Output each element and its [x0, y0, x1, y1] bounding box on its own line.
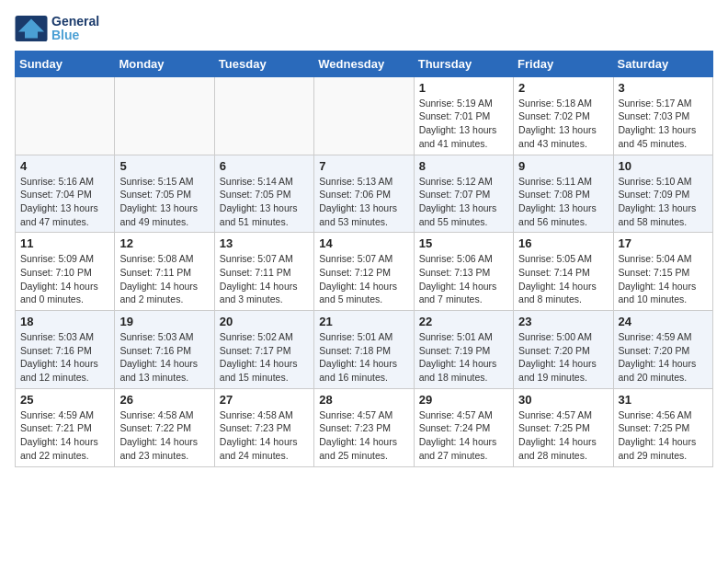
- day-info: Sunrise: 5:18 AM Sunset: 7:02 PM Dayligh…: [518, 97, 608, 151]
- day-number: 22: [419, 315, 508, 328]
- day-number: 3: [619, 81, 708, 95]
- day-info: Sunrise: 5:03 AM Sunset: 7:16 PM Dayligh…: [20, 330, 109, 385]
- day-info: Sunrise: 4:59 AM Sunset: 7:20 PM Dayligh…: [619, 330, 708, 385]
- day-number: 15: [419, 236, 508, 250]
- calendar-cell: 28Sunrise: 4:57 AM Sunset: 7:23 PM Dayli…: [314, 388, 414, 466]
- day-info: Sunrise: 4:57 AM Sunset: 7:24 PM Dayligh…: [419, 408, 508, 463]
- day-info: Sunrise: 5:00 AM Sunset: 7:20 PM Dayligh…: [518, 330, 608, 385]
- day-number: 20: [220, 315, 309, 328]
- day-number: 8: [419, 159, 508, 173]
- day-info: Sunrise: 5:01 AM Sunset: 7:18 PM Dayligh…: [319, 330, 408, 385]
- day-number: 6: [220, 159, 309, 173]
- weekday-header-saturday: Saturday: [613, 51, 712, 76]
- calendar-cell: 24Sunrise: 4:59 AM Sunset: 7:20 PM Dayli…: [613, 311, 712, 389]
- calendar-cell: 23Sunrise: 5:00 AM Sunset: 7:20 PM Dayli…: [514, 311, 613, 389]
- calendar-cell: 10Sunrise: 5:10 AM Sunset: 7:09 PM Dayli…: [613, 155, 712, 233]
- day-number: 7: [319, 159, 408, 173]
- calendar-cell: 8Sunrise: 5:12 AM Sunset: 7:07 PM Daylig…: [414, 155, 513, 233]
- weekday-header-tuesday: Tuesday: [214, 51, 313, 76]
- calendar-cell: 1Sunrise: 5:19 AM Sunset: 7:01 PM Daylig…: [414, 76, 513, 155]
- calendar-week-1: 1Sunrise: 5:19 AM Sunset: 7:01 PM Daylig…: [16, 76, 713, 155]
- calendar-cell: 27Sunrise: 4:58 AM Sunset: 7:23 PM Dayli…: [214, 388, 313, 466]
- day-info: Sunrise: 5:19 AM Sunset: 7:01 PM Dayligh…: [419, 97, 508, 151]
- day-number: 31: [619, 393, 708, 407]
- calendar-cell: [115, 76, 214, 155]
- calendar-table: SundayMondayTuesdayWednesdayThursdayFrid…: [15, 51, 713, 467]
- day-number: 23: [518, 315, 608, 328]
- weekday-header-wednesday: Wednesday: [314, 51, 414, 76]
- day-number: 13: [220, 236, 309, 250]
- day-number: 18: [20, 315, 109, 328]
- calendar-cell: 6Sunrise: 5:14 AM Sunset: 7:05 PM Daylig…: [214, 155, 313, 233]
- calendar-week-2: 4Sunrise: 5:16 AM Sunset: 7:04 PM Daylig…: [16, 155, 713, 233]
- day-number: 4: [20, 159, 109, 173]
- calendar-cell: 16Sunrise: 5:05 AM Sunset: 7:14 PM Dayli…: [514, 233, 613, 311]
- day-info: Sunrise: 5:05 AM Sunset: 7:14 PM Dayligh…: [518, 252, 608, 306]
- calendar-cell: 18Sunrise: 5:03 AM Sunset: 7:16 PM Dayli…: [16, 311, 115, 389]
- day-info: Sunrise: 4:59 AM Sunset: 7:21 PM Dayligh…: [20, 408, 109, 463]
- calendar-cell: [214, 76, 313, 155]
- weekday-header-monday: Monday: [115, 51, 214, 76]
- weekday-header-row: SundayMondayTuesdayWednesdayThursdayFrid…: [16, 51, 713, 76]
- day-info: Sunrise: 4:57 AM Sunset: 7:25 PM Dayligh…: [518, 408, 608, 463]
- day-info: Sunrise: 4:56 AM Sunset: 7:25 PM Dayligh…: [619, 408, 708, 463]
- day-number: 10: [619, 159, 708, 173]
- calendar-cell: 29Sunrise: 4:57 AM Sunset: 7:24 PM Dayli…: [414, 388, 513, 466]
- calendar-cell: 13Sunrise: 5:07 AM Sunset: 7:11 PM Dayli…: [214, 233, 313, 311]
- day-info: Sunrise: 4:58 AM Sunset: 7:23 PM Dayligh…: [220, 408, 309, 463]
- day-number: 14: [319, 236, 408, 250]
- day-number: 9: [518, 159, 608, 173]
- day-number: 28: [319, 393, 408, 407]
- calendar-cell: 30Sunrise: 4:57 AM Sunset: 7:25 PM Dayli…: [514, 388, 613, 466]
- calendar-cell: 12Sunrise: 5:08 AM Sunset: 7:11 PM Dayli…: [115, 233, 214, 311]
- day-info: Sunrise: 5:12 AM Sunset: 7:07 PM Dayligh…: [419, 175, 508, 229]
- day-number: 12: [119, 236, 209, 250]
- calendar-cell: 15Sunrise: 5:06 AM Sunset: 7:13 PM Dayli…: [414, 233, 513, 311]
- calendar-cell: 21Sunrise: 5:01 AM Sunset: 7:18 PM Dayli…: [314, 311, 414, 389]
- calendar-week-4: 18Sunrise: 5:03 AM Sunset: 7:16 PM Dayli…: [16, 311, 713, 389]
- day-info: Sunrise: 5:03 AM Sunset: 7:16 PM Dayligh…: [119, 330, 209, 385]
- day-number: 16: [518, 236, 608, 250]
- calendar-cell: 14Sunrise: 5:07 AM Sunset: 7:12 PM Dayli…: [314, 233, 414, 311]
- day-number: 1: [419, 81, 508, 95]
- day-number: 24: [619, 315, 708, 328]
- day-info: Sunrise: 5:15 AM Sunset: 7:05 PM Dayligh…: [119, 175, 209, 229]
- day-number: 19: [119, 315, 209, 328]
- calendar-cell: 20Sunrise: 5:02 AM Sunset: 7:17 PM Dayli…: [214, 311, 313, 389]
- day-info: Sunrise: 4:58 AM Sunset: 7:22 PM Dayligh…: [119, 408, 209, 463]
- day-info: Sunrise: 5:09 AM Sunset: 7:10 PM Dayligh…: [20, 252, 109, 306]
- day-number: 2: [518, 81, 608, 95]
- calendar-body: 1Sunrise: 5:19 AM Sunset: 7:01 PM Daylig…: [16, 76, 713, 466]
- calendar-cell: 7Sunrise: 5:13 AM Sunset: 7:06 PM Daylig…: [314, 155, 414, 233]
- calendar-cell: 26Sunrise: 4:58 AM Sunset: 7:22 PM Dayli…: [115, 388, 214, 466]
- weekday-header-friday: Friday: [514, 51, 613, 76]
- calendar-cell: 25Sunrise: 4:59 AM Sunset: 7:21 PM Dayli…: [16, 388, 115, 466]
- calendar-cell: 19Sunrise: 5:03 AM Sunset: 7:16 PM Dayli…: [115, 311, 214, 389]
- calendar-cell: 3Sunrise: 5:17 AM Sunset: 7:03 PM Daylig…: [613, 76, 712, 155]
- day-info: Sunrise: 5:17 AM Sunset: 7:03 PM Dayligh…: [619, 97, 708, 151]
- day-info: Sunrise: 4:57 AM Sunset: 7:23 PM Dayligh…: [319, 408, 408, 463]
- calendar-cell: [16, 76, 115, 155]
- day-info: Sunrise: 5:06 AM Sunset: 7:13 PM Dayligh…: [419, 252, 508, 306]
- day-info: Sunrise: 5:02 AM Sunset: 7:17 PM Dayligh…: [220, 330, 309, 385]
- day-number: 11: [20, 236, 109, 250]
- weekday-header-sunday: Sunday: [16, 51, 115, 76]
- day-number: 30: [518, 393, 608, 407]
- day-number: 21: [319, 315, 408, 328]
- calendar-cell: 31Sunrise: 4:56 AM Sunset: 7:25 PM Dayli…: [613, 388, 712, 466]
- calendar-cell: 2Sunrise: 5:18 AM Sunset: 7:02 PM Daylig…: [514, 76, 613, 155]
- calendar-cell: 4Sunrise: 5:16 AM Sunset: 7:04 PM Daylig…: [16, 155, 115, 233]
- calendar-week-3: 11Sunrise: 5:09 AM Sunset: 7:10 PM Dayli…: [16, 233, 713, 311]
- calendar-cell: 17Sunrise: 5:04 AM Sunset: 7:15 PM Dayli…: [613, 233, 712, 311]
- calendar-cell: 5Sunrise: 5:15 AM Sunset: 7:05 PM Daylig…: [115, 155, 214, 233]
- day-info: Sunrise: 5:14 AM Sunset: 7:05 PM Dayligh…: [220, 175, 309, 229]
- day-info: Sunrise: 5:08 AM Sunset: 7:11 PM Dayligh…: [119, 252, 209, 306]
- calendar-week-5: 25Sunrise: 4:59 AM Sunset: 7:21 PM Dayli…: [16, 388, 713, 466]
- day-number: 29: [419, 393, 508, 407]
- calendar-cell: 11Sunrise: 5:09 AM Sunset: 7:10 PM Dayli…: [16, 233, 115, 311]
- day-info: Sunrise: 5:04 AM Sunset: 7:15 PM Dayligh…: [619, 252, 708, 306]
- day-info: Sunrise: 5:01 AM Sunset: 7:19 PM Dayligh…: [419, 330, 508, 385]
- calendar-cell: [314, 76, 414, 155]
- page-header: General Blue: [15, 15, 713, 43]
- day-number: 17: [619, 236, 708, 250]
